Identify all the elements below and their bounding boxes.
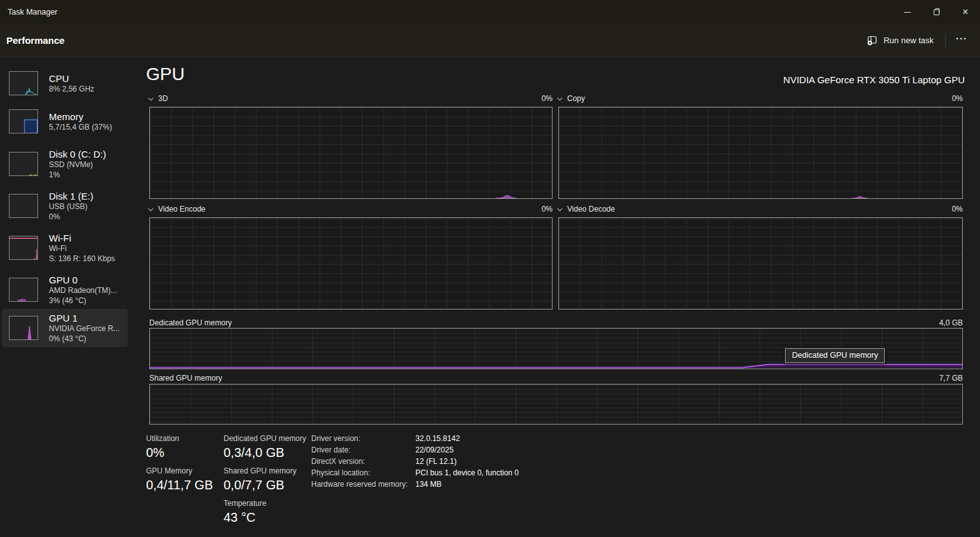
driver-version-value: 32.0.15.8142 xyxy=(415,434,460,443)
gpu-page-title: GPU xyxy=(146,64,185,85)
chart-value-video-encode: 0% xyxy=(542,205,553,214)
sidebar-cpu-title: CPU xyxy=(49,72,94,85)
directx-version-label: DirectX version: xyxy=(311,457,365,466)
disk1-mini-chart xyxy=(9,194,38,218)
disk0-mini-chart xyxy=(9,152,38,176)
dedicated-memory-label: Dedicated GPU memory xyxy=(149,318,232,327)
sidebar-gpu1-title: GPU 1 xyxy=(49,312,119,324)
chart-header-shared-memory: Shared GPU memory 7,7 GB xyxy=(149,373,963,383)
minimize-icon xyxy=(904,12,911,13)
directx-version-value: 12 (FL 12.1) xyxy=(415,457,457,466)
sidebar-item-disk0[interactable]: Disk 0 (C: D:) SSD (NVMe) 1% xyxy=(2,142,128,186)
gpu1-mini-chart xyxy=(9,316,38,340)
sidebar-disk1-sub2: 0% xyxy=(49,212,93,222)
task-manager-window: Task Manager × Performance Run new task xyxy=(0,0,980,537)
wifi-mini-chart xyxy=(9,236,38,260)
close-icon: × xyxy=(962,7,968,17)
sidebar-gpu0-sub1: AMD Radeon(TM)... xyxy=(49,286,117,296)
sidebar-disk1-sub1: USB (USB) xyxy=(49,202,93,212)
utilization-value: 0% xyxy=(146,445,164,460)
dedicated-stat-value: 0,3/4,0 GB xyxy=(224,445,285,460)
chart-header-video-encode: Video Encode 0% xyxy=(149,204,553,214)
gpu0-mini-chart xyxy=(9,278,38,302)
chevron-down-icon[interactable] xyxy=(557,95,562,100)
sidebar-disk0-sub1: SSD (NVMe) xyxy=(49,160,106,170)
physical-location-label: Physical location: xyxy=(311,468,370,477)
dedicated-stat-label: Dedicated GPU memory xyxy=(224,434,306,443)
dedicated-memory-max: 4,0 GB xyxy=(939,318,963,327)
sidebar-disk0-sub2: 1% xyxy=(49,170,106,180)
window-controls: × xyxy=(892,0,980,24)
chart-copy xyxy=(558,107,963,199)
run-new-task-icon xyxy=(867,35,878,46)
driver-date-value: 22/09/2025 xyxy=(415,445,453,454)
temperature-value: 43 °C xyxy=(224,510,255,525)
chart-label-video-decode: Video Decode xyxy=(567,205,615,214)
driver-version-label: Driver version: xyxy=(311,434,360,443)
chevron-down-icon[interactable] xyxy=(148,95,153,100)
chart-label-3d: 3D xyxy=(158,94,168,103)
hardware-reserved-label: Hardware reserved memory: xyxy=(311,480,408,489)
chart-shared-memory xyxy=(149,384,963,425)
sidebar-wifi-sub2: S: 136 R: 160 Kbps xyxy=(49,254,115,264)
sidebar-gpu0-sub2: 3% (46 °C) xyxy=(49,296,117,306)
page-title: Performance xyxy=(6,35,65,46)
sidebar-gpu1-sub1: NVIDIA GeForce R... xyxy=(49,324,119,334)
chevron-down-icon[interactable] xyxy=(148,206,153,211)
run-new-task-button[interactable]: Run new task xyxy=(859,31,941,50)
chart-value-copy: 0% xyxy=(952,94,963,103)
chart-header-copy: Copy 0% xyxy=(558,93,963,104)
chart-header-dedicated-memory: Dedicated GPU memory 4,0 GB xyxy=(149,318,963,328)
chart-header-video-decode: Video Decode 0% xyxy=(558,204,963,214)
shared-memory-max: 7,7 GB xyxy=(939,374,963,383)
chart-copy-activity xyxy=(852,195,868,198)
close-button[interactable]: × xyxy=(951,0,980,24)
sidebar-item-cpu[interactable]: CPU 8% 2,56 GHz xyxy=(2,65,128,102)
shared-memory-label: Shared GPU memory xyxy=(149,374,222,383)
sidebar-cpu-sub: 8% 2,56 GHz xyxy=(49,85,94,95)
gpu-device-name: NVIDIA GeForce RTX 3050 Ti Laptop GPU xyxy=(783,74,965,85)
sidebar-gpu0-title: GPU 0 xyxy=(49,274,117,286)
gpu-memory-label: GPU Memory xyxy=(146,466,192,475)
sidebar-item-gpu1[interactable]: GPU 1 NVIDIA GeForce R... 0% (43 °C) xyxy=(2,309,128,347)
chart-label-video-encode: Video Encode xyxy=(158,205,206,214)
restore-button[interactable] xyxy=(922,0,951,24)
restore-icon xyxy=(934,10,939,15)
app-header: Performance Run new task ··· xyxy=(0,24,980,57)
chevron-down-icon[interactable] xyxy=(557,206,562,211)
header-divider xyxy=(945,34,946,48)
chart-3d-activity xyxy=(496,194,516,198)
sidebar-gpu1-sub2: 0% (43 °C) xyxy=(49,334,119,344)
sidebar-item-wifi[interactable]: Wi-Fi Wi-Fi S: 136 R: 160 Kbps xyxy=(2,226,128,269)
chart-label-copy: Copy xyxy=(567,94,585,103)
titlebar: Task Manager × xyxy=(0,0,980,24)
chart-value-video-decode: 0% xyxy=(952,205,963,214)
sidebar-memory-title: Memory xyxy=(49,111,112,123)
dedicated-memory-tooltip: Dedicated GPU memory xyxy=(785,348,885,363)
hardware-reserved-value: 134 MB xyxy=(415,480,441,489)
sidebar-item-disk1[interactable]: Disk 1 (E:) USB (USB) 0% xyxy=(2,184,128,228)
gpu-memory-value: 0,4/11,7 GB xyxy=(146,478,213,493)
more-options-button[interactable]: ··· xyxy=(950,31,974,50)
header-actions: Run new task ··· xyxy=(859,24,974,57)
sidebar-disk1-title: Disk 1 (E:) xyxy=(49,190,93,202)
sidebar-disk0-title: Disk 0 (C: D:) xyxy=(49,148,106,160)
memory-mini-chart xyxy=(9,109,38,133)
cpu-mini-chart xyxy=(9,71,38,95)
driver-date-label: Driver date: xyxy=(311,445,351,454)
utilization-label: Utilization xyxy=(146,434,179,443)
sidebar-wifi-sub1: Wi-Fi xyxy=(49,244,115,254)
chart-video-decode xyxy=(558,217,963,309)
window-title: Task Manager xyxy=(8,8,58,17)
minimize-button[interactable] xyxy=(892,0,922,24)
chart-video-encode xyxy=(149,217,553,309)
sidebar-item-memory[interactable]: Memory 5,7/15,4 GB (37%) xyxy=(2,103,128,140)
physical-location-value: PCI bus 1, device 0, function 0 xyxy=(415,468,519,477)
chart-value-3d: 0% xyxy=(542,94,553,103)
sidebar-wifi-title: Wi-Fi xyxy=(49,232,115,244)
temperature-label: Temperature xyxy=(224,499,266,508)
sidebar-memory-sub: 5,7/15,4 GB (37%) xyxy=(49,123,112,133)
chart-header-3d: 3D 0% xyxy=(149,93,553,104)
chart-3d xyxy=(149,107,553,199)
sidebar-item-gpu0[interactable]: GPU 0 AMD Radeon(TM)... 3% (46 °C) xyxy=(2,268,128,311)
